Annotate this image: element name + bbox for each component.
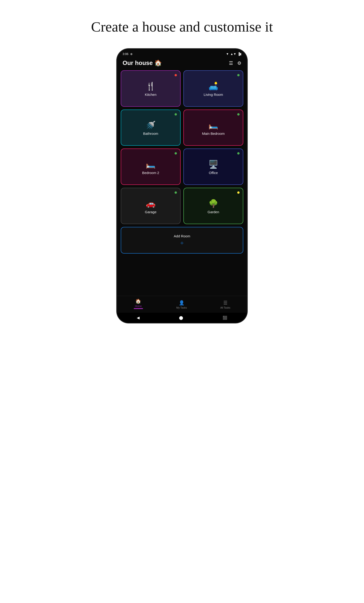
room-card-bathroom[interactable]: 🚿 Bathroom <box>121 109 181 146</box>
status-dot-garden <box>237 191 240 194</box>
my-tasks-nav-label: My Tasks <box>176 306 187 309</box>
garage-icon: 🚗 <box>146 199 155 208</box>
room-card-garage[interactable]: 🚗 Garage <box>121 188 181 224</box>
status-dot-living-room <box>237 74 240 76</box>
android-home-button[interactable]: ⬤ <box>179 315 183 320</box>
all-tasks-nav-label: All Tasks <box>220 306 230 309</box>
main-bedroom-icon: 🛏️ <box>209 120 218 130</box>
filter-icon[interactable]: ☰ <box>229 60 233 66</box>
room-card-garden[interactable]: 🌳 Garden <box>183 188 243 224</box>
app-title: Our house 🏠 <box>123 59 162 67</box>
status-dot-bathroom <box>175 113 177 116</box>
nav-all-tasks[interactable]: ☰ All Tasks <box>220 300 230 310</box>
wifi-icon: ▼ <box>226 52 229 56</box>
kitchen-label: Kitchen <box>145 93 156 96</box>
room-card-kitchen[interactable]: 🍴 Kitchen <box>121 70 181 107</box>
living-room-label: Living Room <box>204 93 223 96</box>
android-nav: ◀ ⬤ ⬛ <box>117 313 247 323</box>
living-room-icon: 🛋️ <box>209 81 218 91</box>
status-bar: 3:06 ⊕ ▼ ▲▼ ▐▮ <box>117 49 247 57</box>
office-icon: 🖥️ <box>209 160 218 169</box>
home-indicator <box>134 308 143 309</box>
status-dot-bedroom2 <box>175 152 177 154</box>
garden-label: Garden <box>208 210 219 214</box>
add-room-button[interactable]: Add Room + <box>121 227 243 254</box>
bedroom2-label: Bedroom 2 <box>142 171 159 175</box>
header-icons: ☰ ⚙ <box>229 60 241 66</box>
signal-icon: ▲▼ <box>230 52 236 56</box>
rooms-grid: 🍴 Kitchen 🛋️ Living Room 🚿 Bathroom 🛏️ M… <box>117 70 247 224</box>
all-tasks-nav-icon: ☰ <box>223 300 227 306</box>
bottom-nav: 🏠 Home 👤 My Tasks ☰ All Tasks <box>117 296 247 313</box>
status-dot-main-bedroom <box>237 113 240 116</box>
bedroom2-icon: 🛏️ <box>146 160 155 169</box>
status-right: ▼ ▲▼ ▐▮ <box>226 52 241 56</box>
home-nav-icon: 🏠 <box>135 298 141 304</box>
page-heading: Create a house and customise it <box>91 19 273 35</box>
room-card-office[interactable]: 🖥️ Office <box>183 149 243 185</box>
kitchen-icon: 🍴 <box>146 81 155 91</box>
home-nav-label: Home <box>135 305 141 307</box>
my-tasks-nav-icon: 👤 <box>179 300 185 306</box>
main-bedroom-label: Main Bedroom <box>202 132 225 136</box>
garden-icon: 🌳 <box>209 199 218 208</box>
phone-frame: 3:06 ⊕ ▼ ▲▼ ▐▮ Our house 🏠 ☰ ⚙ 🍴 Kitchen… <box>117 49 247 323</box>
battery-icon: ▐▮ <box>238 52 241 56</box>
time-display: 3:06 <box>123 52 128 56</box>
app-header: Our house 🏠 ☰ ⚙ <box>117 57 247 70</box>
room-card-bedroom2[interactable]: 🛏️ Bedroom 2 <box>121 149 181 185</box>
add-room-label: Add Room <box>174 234 190 238</box>
room-card-living-room[interactable]: 🛋️ Living Room <box>183 70 243 107</box>
add-room-row: Add Room + <box>117 224 247 254</box>
nfc-icon: ⊕ <box>130 52 133 56</box>
plus-icon: + <box>180 240 184 246</box>
status-left: 3:06 ⊕ <box>123 52 133 56</box>
nav-home[interactable]: 🏠 Home <box>134 298 143 311</box>
office-label: Office <box>209 171 218 175</box>
garage-label: Garage <box>145 210 156 214</box>
android-recents-button[interactable]: ⬛ <box>223 315 227 320</box>
android-back-button[interactable]: ◀ <box>137 315 140 320</box>
bathroom-label: Bathroom <box>143 132 158 136</box>
bathroom-icon: 🚿 <box>146 120 155 130</box>
settings-icon[interactable]: ⚙ <box>237 60 241 66</box>
status-dot-garage <box>175 191 177 194</box>
room-card-main-bedroom[interactable]: 🛏️ Main Bedroom <box>183 109 243 146</box>
nav-my-tasks[interactable]: 👤 My Tasks <box>176 300 187 310</box>
status-dot-office <box>237 152 240 154</box>
status-dot-kitchen <box>175 74 177 76</box>
